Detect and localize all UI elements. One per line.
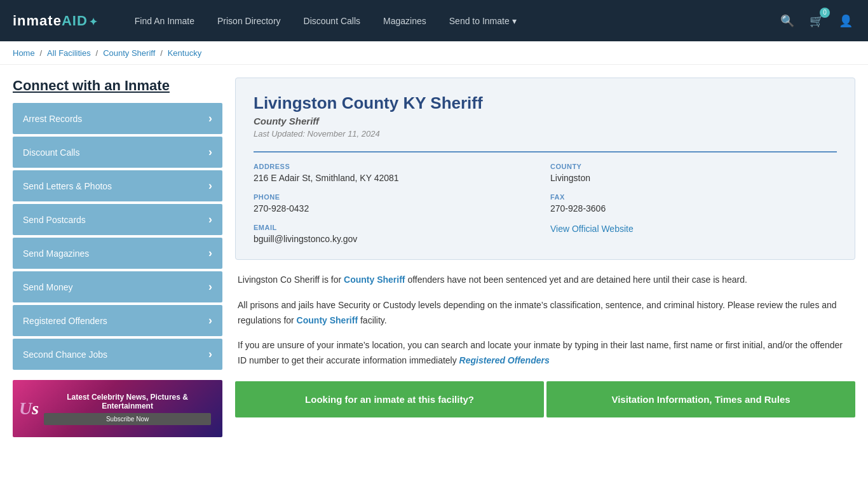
navbar-links: Find An Inmate Prison Directory Discount… [123,0,778,41]
chevron-right-icon: › [208,146,212,159]
county-sheriff-link-1[interactable]: County Sheriff [344,274,405,285]
info-grid: ADDRESS 216 E Adair St, Smithland, KY 42… [254,151,837,244]
registered-offenders-link[interactable]: Registered Offenders [459,355,550,365]
cart-badge: 0 [820,8,830,18]
breadcrumb-sep-1: / [40,48,43,58]
logo-text: inmateAID✦ [13,13,98,29]
sidebar-title: Connect with an Inmate [13,78,222,94]
sidebar-btn-send-money[interactable]: Send Money › [13,271,222,302]
phone-value: 270-928-0432 [254,203,540,214]
sidebar-btn-arrest-records[interactable]: Arrest Records › [13,103,222,134]
fax-block: FAX 270-928-3606 [550,193,837,214]
navbar: inmateAID✦ Find An Inmate Prison Directo… [0,0,868,41]
sidebar-btn-second-chance-jobs[interactable]: Second Chance Jobs › [13,339,222,370]
nav-find-inmate[interactable]: Find An Inmate [123,0,206,41]
content: Livingston County KY Sheriff County Sher… [235,78,855,437]
sidebar-btn-discount-calls[interactable]: Discount Calls › [13,137,222,168]
nav-discount-calls[interactable]: Discount Calls [292,0,372,41]
fax-label: FAX [550,193,837,201]
sidebar-btn-registered-offenders[interactable]: Registered Offenders › [13,305,222,336]
chevron-right-icon: › [208,314,212,327]
bottom-buttons: Looking for an inmate at this facility? … [235,381,855,417]
cart-wrapper: 🛒 0 [807,11,826,30]
description-para-1: Livingston Co Sheriff is for County Sher… [238,273,853,288]
ad-logo: Us [19,398,39,419]
looking-for-inmate-button[interactable]: Looking for an inmate at this facility? [235,381,544,417]
sidebar: Connect with an Inmate Arrest Records › … [13,78,222,437]
county-block: COUNTY Livingston [550,163,837,183]
nav-send-to-inmate[interactable]: Send to Inmate ▾ [438,0,528,41]
visitation-info-button[interactable]: Visitation Information, Times and Rules [546,381,855,417]
chevron-right-icon: › [208,179,212,193]
user-icon[interactable]: 👤 [836,11,855,30]
main-layout: Connect with an Inmate Arrest Records › … [0,65,868,450]
phone-label: PHONE [254,193,540,201]
facility-card: Livingston County KY Sheriff County Sher… [235,78,855,260]
county-value: Livingston [550,173,837,183]
description-para-2: All prisons and jails have Security or C… [238,298,853,329]
website-block: View Official Website [550,224,837,244]
county-label: COUNTY [550,163,837,170]
chevron-right-icon: › [208,280,212,294]
facility-updated: Last Updated: November 11, 2024 [254,129,837,139]
description-para-3: If you are unsure of your inmate’s locat… [238,338,853,369]
phone-block: PHONE 270-928-0432 [254,193,540,214]
chevron-right-icon: › [208,213,212,226]
address-block: ADDRESS 216 E Adair St, Smithland, KY 42… [254,163,540,183]
sidebar-btn-send-postcards[interactable]: Send Postcards › [13,204,222,235]
breadcrumb: Home / All Facilities / County Sheriff /… [0,41,868,65]
email-block: EMAIL bguill@livingstonco.ky.gov [254,224,540,244]
description-block: Livingston Co Sheriff is for County Sher… [235,273,855,369]
email-label: EMAIL [254,224,540,231]
county-sheriff-link-2[interactable]: County Sheriff [297,315,358,325]
breadcrumb-home[interactable]: Home [13,48,35,58]
nav-magazines[interactable]: Magazines [372,0,438,41]
logo[interactable]: inmateAID✦ [13,13,98,29]
chevron-right-icon: › [208,112,212,125]
sidebar-ad[interactable]: Us Latest Celebrity News, Pictures & Ent… [13,380,222,437]
breadcrumb-county-sheriff[interactable]: County Sheriff [103,48,155,58]
breadcrumb-kentucky[interactable]: Kentucky [168,48,201,58]
email-value: bguill@livingstonco.ky.gov [254,234,540,244]
breadcrumb-all-facilities[interactable]: All Facilities [47,48,91,58]
search-icon[interactable]: 🔍 [778,11,797,30]
fax-value: 270-928-3606 [550,203,837,214]
breadcrumb-sep-2: / [96,48,98,58]
sidebar-btn-send-magazines[interactable]: Send Magazines › [13,238,222,269]
view-official-website-link[interactable]: View Official Website [550,224,634,234]
address-value: 216 E Adair St, Smithland, KY 42081 [254,173,540,183]
ad-text: Latest Celebrity News, Pictures & Entert… [39,393,216,425]
breadcrumb-sep-3: / [160,48,163,58]
sidebar-btn-send-letters[interactable]: Send Letters & Photos › [13,170,222,201]
address-label: ADDRESS [254,163,540,170]
chevron-right-icon: › [208,247,212,260]
chevron-right-icon: › [208,348,212,361]
facility-name: Livingston County KY Sheriff [254,93,837,113]
navbar-icons: 🔍 🛒 0 👤 [778,11,855,30]
facility-type: County Sheriff [254,116,837,126]
nav-prison-directory[interactable]: Prison Directory [206,0,292,41]
